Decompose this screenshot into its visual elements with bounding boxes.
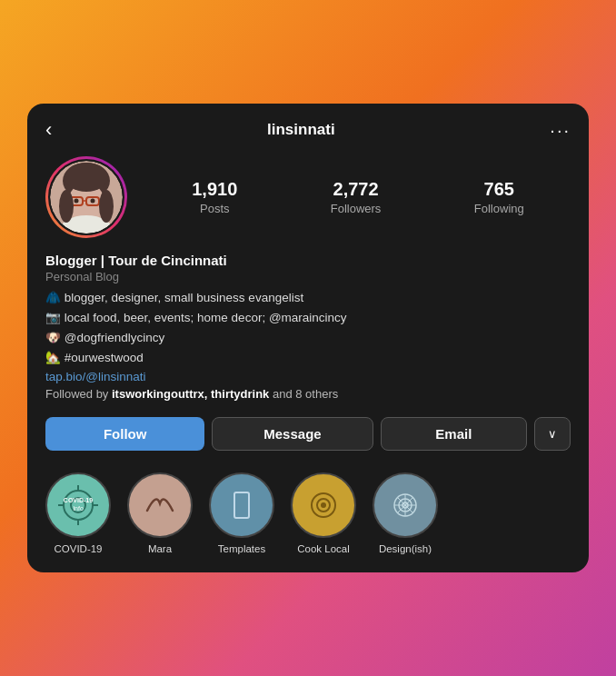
highlight-label-templates: Templates xyxy=(218,543,265,554)
svg-point-9 xyxy=(59,190,74,223)
cooklocal-icon xyxy=(302,483,345,527)
message-button[interactable]: Message xyxy=(212,417,373,451)
following-count: 765 xyxy=(484,179,514,200)
follow-button[interactable]: Follow xyxy=(45,417,204,451)
highlight-circle-covid19: COVID-19 Info xyxy=(45,472,111,538)
followed-by-users: itsworkingouttrx, thirtydrink xyxy=(112,387,269,401)
following-label: Following xyxy=(474,202,524,215)
mara-icon xyxy=(138,483,182,527)
covid19-icon: COVID-19 Info xyxy=(56,483,100,527)
stats-row: 1,910 Posts 2,772 Followers 765 Followin… xyxy=(145,179,571,215)
followers-count: 2,772 xyxy=(333,179,379,200)
highlight-circle-mara xyxy=(127,472,193,538)
highlight-label-mara: Mara xyxy=(148,543,172,554)
followers-label: Followers xyxy=(331,202,382,215)
bio-line-1: 🧥 blogger, designer, small business evan… xyxy=(45,289,571,308)
email-button[interactable]: Email xyxy=(381,417,527,451)
templates-icon xyxy=(220,483,263,527)
highlight-circle-templates xyxy=(209,472,274,538)
highlight-circle-cooklocal xyxy=(291,472,356,538)
posts-stat[interactable]: 1,910 Posts xyxy=(192,179,237,215)
svg-text:COVID-19: COVID-19 xyxy=(64,497,93,503)
highlight-label-design: Design(ish) xyxy=(379,543,432,554)
svg-point-7 xyxy=(75,199,79,204)
bio-section: Blogger | Tour de Cincinnati Personal Bl… xyxy=(27,253,589,413)
highlight-label-cooklocal: Cook Local xyxy=(297,543,350,554)
username-header: linsinnati xyxy=(267,121,335,139)
highlight-label-covid19: COVID-19 xyxy=(54,543,102,554)
avatar[interactable] xyxy=(45,156,127,238)
highlight-circle-design xyxy=(373,472,438,538)
posts-label: Posts xyxy=(200,202,230,215)
svg-point-8 xyxy=(91,199,95,204)
bio-followed: Followed by itsworkingouttrx, thirtydrin… xyxy=(45,387,571,401)
highlight-cooklocal[interactable]: Cook Local xyxy=(291,472,356,554)
highlights-section: COVID-19 Info COVID-19 Mara Templates xyxy=(27,465,589,572)
profile-top: 1,910 Posts 2,772 Followers 765 Followin… xyxy=(27,153,589,253)
bio-line-2: 📷 local food, beer, events; home decor; … xyxy=(45,309,571,328)
followers-stat[interactable]: 2,772 Followers xyxy=(331,179,382,215)
profile-name: Blogger | Tour de Cincinnati xyxy=(45,253,571,268)
svg-point-23 xyxy=(321,502,326,508)
bio-line-3: 🐶 @dogfriendlycincy xyxy=(45,329,571,348)
followed-by-text: Followed by xyxy=(45,387,112,401)
following-stat[interactable]: 765 Following xyxy=(474,179,524,215)
svg-point-11 xyxy=(65,163,108,192)
highlight-mara[interactable]: Mara xyxy=(127,472,193,554)
highlight-covid19[interactable]: COVID-19 Info COVID-19 xyxy=(45,472,111,554)
highlight-design[interactable]: Design(ish) xyxy=(373,472,438,554)
svg-text:Info: Info xyxy=(73,505,84,512)
profile-header: ‹ linsinnati ··· xyxy=(27,104,589,153)
svg-rect-20 xyxy=(234,492,249,518)
profile-category: Personal Blog xyxy=(45,270,571,283)
dropdown-button[interactable]: ∨ xyxy=(534,417,571,451)
profile-card: ‹ linsinnati ··· xyxy=(27,104,589,572)
back-button[interactable]: ‹ xyxy=(45,118,52,142)
avatar-image xyxy=(50,161,123,234)
highlight-templates[interactable]: Templates xyxy=(209,472,274,554)
action-buttons: Follow Message Email ∨ xyxy=(27,413,589,465)
followed-by-suffix: and 8 others xyxy=(269,387,338,401)
svg-point-10 xyxy=(99,190,114,223)
bio-link[interactable]: tap.bio/@linsinnati xyxy=(45,370,571,383)
bio-line-4: 🏡 #ourwestwood xyxy=(45,349,571,368)
posts-count: 1,910 xyxy=(192,179,237,200)
design-icon xyxy=(383,483,427,527)
more-button[interactable]: ··· xyxy=(550,120,571,141)
